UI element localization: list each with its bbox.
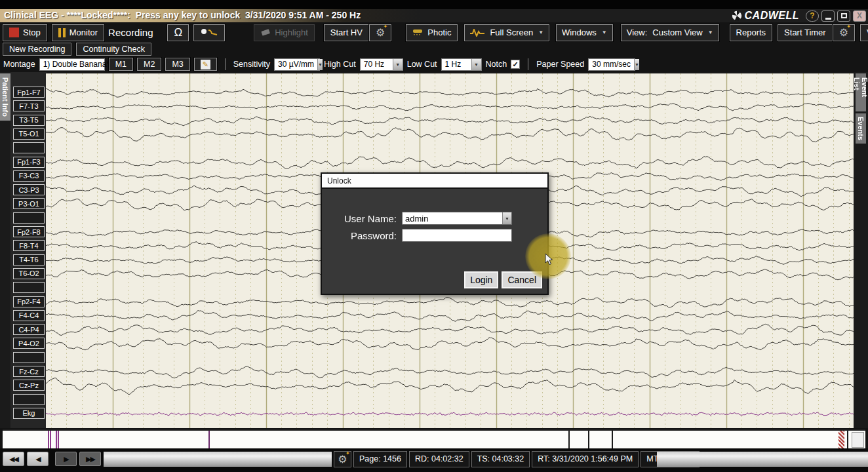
montage-bar: Montage 1) Double Banana* M1 M2 M3 ✎ Sen… bbox=[0, 56, 868, 72]
cadwell-logo-icon bbox=[732, 10, 742, 21]
events-tab[interactable]: Events bbox=[856, 113, 866, 144]
timeline-marker[interactable] bbox=[568, 431, 570, 448]
new-recording-button[interactable]: New Recording bbox=[3, 43, 71, 56]
help-button[interactable]: ? bbox=[806, 10, 819, 22]
right-tab-column: Event List Events bbox=[854, 72, 868, 428]
full-screen-dropdown[interactable]: Full Screen ▼ bbox=[464, 24, 549, 41]
ts-status: TS: 04:03:32 bbox=[471, 451, 530, 467]
m1-button[interactable]: M1 bbox=[109, 58, 133, 71]
m2-button[interactable]: M2 bbox=[137, 58, 161, 71]
titlebar-top-strip bbox=[0, 0, 868, 9]
channel-label: Cz-Pz bbox=[13, 380, 45, 391]
login-button[interactable]: Login bbox=[464, 271, 498, 288]
edit-pencil-icon: ✎ bbox=[201, 60, 210, 69]
username-select[interactable]: admin bbox=[402, 212, 512, 225]
channel-label-blank bbox=[13, 394, 45, 405]
notch-checkbox[interactable]: ✓ bbox=[511, 60, 520, 69]
timeline-position-marker[interactable] bbox=[838, 431, 844, 448]
low-cut-label: Low Cut bbox=[407, 60, 437, 69]
view-dropdown[interactable]: View: Custom View ▼ bbox=[621, 24, 719, 41]
chevron-down-icon bbox=[393, 59, 403, 70]
event-list-tab[interactable]: Event List bbox=[856, 73, 866, 111]
patient-info-tab[interactable]: Patient Info bbox=[0, 73, 10, 121]
channel-label: T6-O2 bbox=[13, 268, 45, 279]
channel-label: Fp1-F7 bbox=[13, 87, 45, 98]
windows-dropdown[interactable]: Windows ▼ bbox=[556, 24, 613, 41]
timeline-marker[interactable] bbox=[612, 431, 613, 448]
photic-button[interactable]: Photic bbox=[406, 24, 458, 41]
channel-label: P3-O1 bbox=[13, 198, 45, 209]
statusbar-filler bbox=[657, 452, 868, 467]
highlight-button[interactable]: Highlight bbox=[254, 24, 315, 41]
reports-button[interactable]: Reports bbox=[730, 24, 773, 41]
channel-label: Ekg bbox=[13, 408, 45, 419]
spike-wave-icon bbox=[200, 28, 218, 37]
hv-settings-button[interactable]: ⚙✦ bbox=[369, 24, 391, 41]
start-timer-button[interactable]: Start Timer bbox=[778, 24, 833, 41]
timeline-bar[interactable] bbox=[3, 429, 865, 448]
channel-label: C4-P4 bbox=[13, 324, 45, 335]
eraser-icon bbox=[260, 28, 271, 37]
channel-label-blank bbox=[13, 352, 45, 363]
rewind-button[interactable]: ◀◀ bbox=[3, 452, 24, 466]
cadwell-logo-text: CADWELL bbox=[745, 10, 799, 22]
timeline-marker[interactable] bbox=[208, 431, 210, 448]
timeline-marker[interactable] bbox=[50, 431, 51, 448]
forward-button[interactable]: ▶ bbox=[55, 452, 77, 466]
gear-icon: ⚙✦ bbox=[839, 28, 848, 38]
status-settings-button[interactable]: ⚙✦ bbox=[334, 451, 351, 467]
recording-status: Recording bbox=[108, 27, 153, 38]
username-label: User Name: bbox=[322, 213, 402, 224]
gear-icon: ⚙✦ bbox=[338, 454, 347, 465]
sparkle-icon: ✦ bbox=[345, 451, 350, 456]
channel-label: F8-T4 bbox=[13, 240, 45, 251]
impedance-button[interactable]: Ω bbox=[167, 24, 189, 41]
cancel-button[interactable]: Cancel bbox=[502, 271, 542, 288]
timeline-marker[interactable] bbox=[588, 431, 589, 448]
fast-forward-button[interactable]: ▶▶ bbox=[79, 452, 101, 466]
chevron-down-icon: ▼ bbox=[538, 30, 543, 35]
bottom-status-bar: ◀◀ ◀ ▶ ▶▶ ⚙✦ Page: 1456 RD: 04:02:32 TS:… bbox=[0, 448, 868, 472]
paper-speed-label: Paper Speed bbox=[536, 60, 584, 69]
dialog-title: Unlock bbox=[327, 176, 351, 186]
timeline-end-button[interactable] bbox=[852, 432, 864, 448]
sensitivity-select[interactable]: 30 µV/mm bbox=[274, 58, 320, 71]
stop-icon bbox=[9, 28, 19, 37]
continuity-check-button[interactable]: Continuity Check bbox=[76, 43, 151, 56]
close-icon: X bbox=[857, 11, 862, 20]
chevron-down-icon bbox=[317, 59, 323, 70]
back-icon: ◀ bbox=[35, 455, 39, 463]
low-cut-select[interactable]: 1 Hz bbox=[441, 58, 482, 71]
sparkle-icon: ✦ bbox=[384, 24, 388, 30]
timeline-marker[interactable] bbox=[847, 431, 848, 448]
back-button[interactable]: ◀ bbox=[27, 452, 49, 466]
start-hv-button[interactable]: Start HV bbox=[324, 24, 369, 41]
paper-speed-select[interactable]: 30 mm/sec bbox=[588, 58, 635, 71]
minimize-button[interactable] bbox=[821, 10, 835, 22]
montage-label: Montage bbox=[3, 60, 35, 69]
high-cut-select[interactable]: 70 Hz bbox=[360, 58, 403, 71]
maximize-button[interactable] bbox=[837, 10, 850, 22]
record-event-button[interactable] bbox=[193, 24, 225, 41]
video-button[interactable]: Video bbox=[860, 24, 868, 41]
m3-button[interactable]: M3 bbox=[165, 58, 189, 71]
timeline-marker[interactable] bbox=[56, 431, 57, 448]
montage-select[interactable]: 1) Double Banana* bbox=[39, 58, 105, 71]
channel-label: Fz-Cz bbox=[13, 366, 45, 377]
dialog-titlebar[interactable]: Unlock bbox=[322, 174, 547, 189]
application-window: Clinical EEG - ****Locked****: Press any… bbox=[0, 0, 868, 472]
channel-label: Fp2-F4 bbox=[13, 296, 45, 307]
channel-label: T4-T6 bbox=[13, 254, 45, 266]
notch-label: Notch bbox=[486, 60, 507, 69]
timer-settings-button[interactable]: ⚙✦ bbox=[833, 24, 855, 41]
monitor-button[interactable]: Monitor bbox=[52, 24, 104, 41]
montage-edit-button[interactable]: ✎ bbox=[194, 58, 217, 71]
timeline-marker[interactable] bbox=[48, 431, 49, 448]
secondary-toolbar: New Recording Continuity Check bbox=[0, 42, 151, 56]
timeline-marker[interactable] bbox=[58, 431, 59, 448]
stop-button[interactable]: Stop bbox=[3, 24, 47, 41]
channel-label: T3-T5 bbox=[13, 115, 45, 126]
channel-label: T5-O1 bbox=[13, 128, 45, 140]
close-button[interactable]: X bbox=[853, 10, 866, 22]
password-input[interactable] bbox=[402, 229, 512, 242]
